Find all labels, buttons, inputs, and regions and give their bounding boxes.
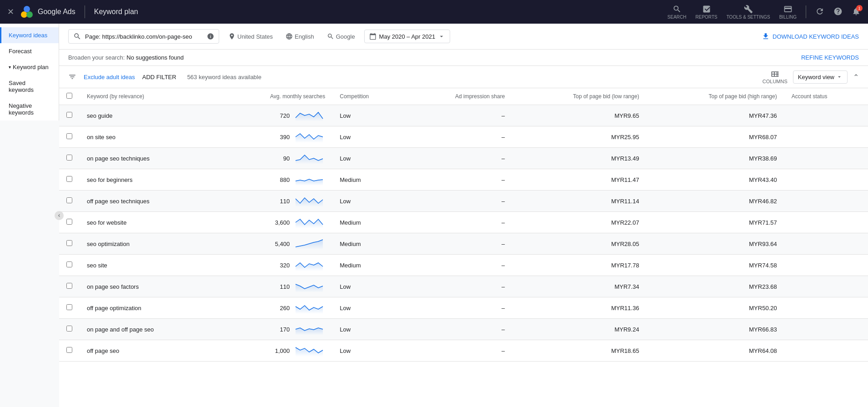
- ad-impression-cell: –: [405, 169, 512, 191]
- row-checkbox[interactable]: [66, 155, 72, 161]
- broaden-search-bar: Broaden your search: No suggestions foun…: [59, 50, 868, 66]
- sparkline-chart: [293, 216, 325, 229]
- sidebar-item-saved-keywords[interactable]: Saved keywords: [0, 75, 59, 98]
- search-nav-icon[interactable]: SEARCH: [667, 5, 687, 20]
- competition-cell: Low: [332, 105, 405, 126]
- nav-icons: SEARCH REPORTS TOOLS & SETTINGS BILLING …: [667, 5, 861, 20]
- table-row: on page and off page seo 170 Low – MYR: [59, 319, 868, 340]
- top-bid-low-cell: MYR9.65: [512, 105, 646, 126]
- ad-impression-cell: –: [405, 233, 512, 255]
- avg-monthly-header: Avg. monthly searches: [215, 88, 332, 105]
- columns-icon: [770, 70, 779, 79]
- row-checkbox-cell[interactable]: [59, 126, 80, 148]
- refine-keywords-button[interactable]: REFINE KEYWORDS: [801, 54, 859, 61]
- keyword-view-button[interactable]: Keyword view: [793, 70, 848, 84]
- row-checkbox-cell[interactable]: [59, 233, 80, 255]
- account-status-cell: [784, 319, 868, 340]
- sidebar-item-keyword-ideas[interactable]: Keyword ideas: [0, 27, 59, 43]
- search-engine-icon: [327, 33, 334, 40]
- top-bid-high-cell: MYR38.69: [647, 148, 784, 169]
- keyword-header: Keyword (by relevance): [80, 88, 215, 105]
- search-engine-filter[interactable]: Google: [323, 31, 359, 42]
- table-row: off page seo 1,000 Low – MYR18.65: [59, 340, 868, 362]
- avg-monthly-cell: 260: [215, 297, 332, 319]
- help-icon[interactable]: [833, 7, 843, 17]
- location-icon: [228, 33, 236, 40]
- language-filter[interactable]: English: [282, 31, 318, 42]
- competition-cell: Low: [332, 126, 405, 148]
- sidebar-item-forecast[interactable]: Forecast: [0, 43, 59, 59]
- row-checkbox-cell[interactable]: [59, 276, 80, 297]
- competition-cell: Low: [332, 148, 405, 169]
- notification-icon[interactable]: 1: [852, 7, 861, 17]
- language-label: English: [295, 33, 314, 40]
- avg-monthly-cell: 170: [215, 319, 332, 340]
- select-all-header[interactable]: [59, 88, 80, 105]
- row-checkbox-cell[interactable]: [59, 191, 80, 212]
- close-icon[interactable]: ✕: [7, 7, 14, 17]
- top-bid-low-cell: MYR28.05: [512, 233, 646, 255]
- chevron-down-icon: [438, 33, 445, 40]
- row-checkbox-cell[interactable]: [59, 297, 80, 319]
- google-ads-logo: Google Ads: [20, 5, 75, 19]
- download-keyword-ideas-button[interactable]: DOWNLOAD KEYWORD IDEAS: [762, 32, 859, 40]
- row-checkbox-cell[interactable]: [59, 340, 80, 362]
- sparkline-chart: [293, 194, 325, 208]
- ad-impression-cell: –: [405, 148, 512, 169]
- row-checkbox-cell[interactable]: [59, 148, 80, 169]
- search-icon: [73, 32, 81, 40]
- search-box[interactable]: [68, 29, 219, 44]
- sidebar-item-negative-keywords[interactable]: Negative keywords: [0, 98, 59, 121]
- row-checkbox-cell[interactable]: [59, 255, 80, 276]
- language-icon: [286, 33, 293, 40]
- row-checkbox[interactable]: [66, 326, 72, 332]
- search-input[interactable]: [85, 33, 203, 40]
- keyword-cell: off page optimization: [80, 297, 215, 319]
- row-checkbox[interactable]: [66, 304, 72, 310]
- select-all-checkbox[interactable]: [66, 93, 72, 99]
- row-checkbox[interactable]: [66, 261, 72, 267]
- row-checkbox-cell[interactable]: [59, 319, 80, 340]
- account-status-cell: [784, 126, 868, 148]
- top-bid-high-cell: MYR43.40: [647, 169, 784, 191]
- top-nav: ✕ Google Ads Keyword plan SEARCH REPORTS…: [0, 0, 868, 24]
- table-row: on site seo 390 Low – MYR25.95 MYR: [59, 126, 868, 148]
- top-bid-low-header: Top of page bid (low range): [512, 88, 646, 105]
- row-checkbox[interactable]: [66, 197, 72, 203]
- row-checkbox[interactable]: [66, 176, 72, 182]
- columns-button[interactable]: COLUMNS: [763, 70, 788, 84]
- row-checkbox[interactable]: [66, 240, 72, 246]
- row-checkbox[interactable]: [66, 219, 72, 225]
- refresh-icon[interactable]: [815, 7, 824, 17]
- dropdown-arrow-icon: [836, 74, 843, 80]
- date-range-picker[interactable]: May 2020 – Apr 2021: [364, 30, 451, 43]
- row-checkbox[interactable]: [66, 283, 72, 289]
- competition-cell: Low: [332, 319, 405, 340]
- tools-nav-icon[interactable]: TOOLS & SETTINGS: [727, 5, 770, 20]
- top-bid-low-cell: MYR11.36: [512, 297, 646, 319]
- ad-impression-cell: –: [405, 191, 512, 212]
- row-checkbox[interactable]: [66, 112, 72, 118]
- reports-nav-label: REPORTS: [696, 15, 717, 20]
- avg-monthly-cell: 110: [215, 276, 332, 297]
- exclude-adult-ideas-link[interactable]: Exclude adult ideas: [84, 74, 135, 80]
- reports-nav-icon[interactable]: REPORTS: [696, 5, 717, 20]
- collapse-button[interactable]: ⌃: [853, 73, 859, 81]
- row-checkbox-cell[interactable]: [59, 105, 80, 126]
- add-filter-button[interactable]: ADD FILTER: [142, 74, 176, 80]
- keyword-cell: off page seo: [80, 340, 215, 362]
- country-filter[interactable]: United States: [225, 31, 276, 42]
- top-bid-low-cell: MYR9.24: [512, 319, 646, 340]
- collapse-sidebar-button[interactable]: [55, 211, 64, 220]
- avg-monthly-cell: 320: [215, 255, 332, 276]
- sidebar-item-keyword-plan[interactable]: ▾ Keyword plan: [0, 59, 59, 75]
- top-bid-low-cell: MYR22.07: [512, 212, 646, 233]
- billing-nav-icon[interactable]: BILLING: [779, 5, 797, 20]
- avg-monthly-cell: 390: [215, 126, 332, 148]
- row-checkbox-cell[interactable]: [59, 169, 80, 191]
- top-bid-high-cell: MYR46.82: [647, 191, 784, 212]
- keyword-table-container: Keyword (by relevance) Avg. monthly sear…: [59, 88, 868, 407]
- ad-impression-cell: –: [405, 276, 512, 297]
- row-checkbox[interactable]: [66, 133, 72, 139]
- row-checkbox[interactable]: [66, 347, 72, 353]
